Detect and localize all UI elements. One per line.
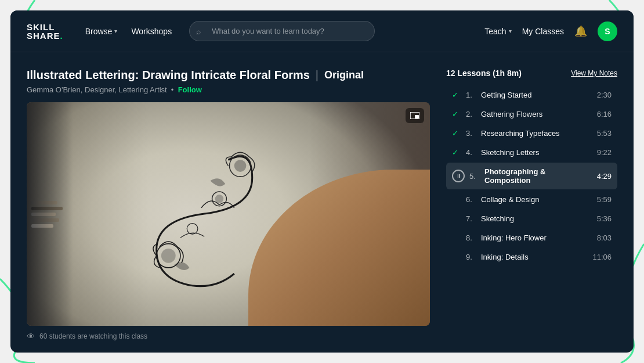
lesson-number: 5. xyxy=(469,172,480,181)
lesson-item[interactable]: ✓ 2. Gathering Flowers 6:16 xyxy=(446,105,617,123)
lesson-duration: 5:53 xyxy=(597,129,612,138)
check-icon: ✓ xyxy=(452,129,461,138)
lesson-name: Inking: Details xyxy=(481,253,588,261)
my-classes-nav-item[interactable]: My Classes xyxy=(522,27,564,36)
lesson-number: 9. xyxy=(466,253,476,261)
my-classes-label: My Classes xyxy=(522,27,564,36)
lesson-number: 4. xyxy=(466,148,476,157)
lesson-item[interactable]: 7. Sketching 5:36 xyxy=(446,210,617,228)
class-title: Illustrated Lettering: Drawing Intricate… xyxy=(27,69,430,82)
navbar: SKILL SHARE. Browse ▾ Workshops ⌕ Teach … xyxy=(10,10,634,52)
avatar[interactable]: S xyxy=(598,21,617,41)
logo-dot: . xyxy=(60,31,63,41)
class-title-text: Illustrated Lettering: Drawing Intricate… xyxy=(27,69,310,82)
title-divider: | xyxy=(316,69,319,82)
lesson-number: 3. xyxy=(466,129,476,138)
lessons-header: 12 Lessons (1h 8m) View My Notes xyxy=(446,69,617,78)
lesson-number: 7. xyxy=(466,214,476,223)
lesson-duration: 5:59 xyxy=(597,195,612,204)
follow-link[interactable]: Follow xyxy=(178,85,202,94)
lesson-duration: 5:36 xyxy=(597,214,612,223)
lesson-name: Collage & Design xyxy=(481,195,592,204)
lesson-number: 1. xyxy=(466,91,476,99)
logo-line2: SHARE xyxy=(27,31,60,41)
lesson-item[interactable]: 6. Collage & Design 5:59 xyxy=(446,191,617,209)
main-content: Illustrated Lettering: Drawing Intricate… xyxy=(10,52,634,353)
video-controls-overlay xyxy=(406,108,424,123)
pencils-decoration xyxy=(27,102,73,326)
right-panel: 12 Lessons (1h 8m) View My Notes ✓ 1. Ge… xyxy=(446,69,617,341)
lesson-number: 8. xyxy=(466,233,476,242)
lesson-item[interactable]: 9. Inking: Details 11:06 xyxy=(446,248,617,266)
search-input[interactable] xyxy=(189,21,375,41)
lesson-item[interactable]: ✓ 1. Getting Started 2:30 xyxy=(446,86,617,104)
workshops-nav-item[interactable]: Workshops xyxy=(125,23,178,39)
pause-icon: ⏸ xyxy=(452,170,465,182)
browse-label: Browse xyxy=(85,27,113,36)
logo[interactable]: SKILL SHARE. xyxy=(27,23,63,40)
video-footer: 👁 60 students are watching this class xyxy=(27,332,430,341)
teach-label: Teach xyxy=(484,27,506,36)
svg-point-1 xyxy=(234,160,246,172)
lesson-duration: 11:06 xyxy=(592,253,612,261)
svg-point-3 xyxy=(161,249,175,263)
browse-nav-item[interactable]: Browse ▾ xyxy=(79,23,124,39)
eye-icon: 👁 xyxy=(27,332,35,341)
class-author: Gemma O'Brien, Designer, Lettering Artis… xyxy=(27,85,430,94)
check-icon: ✓ xyxy=(452,110,461,118)
lesson-item[interactable]: ✓ 3. Researching Typefaces 5:53 xyxy=(446,124,617,142)
lesson-duration: 4:29 xyxy=(597,172,612,181)
svg-point-5 xyxy=(215,195,223,203)
lesson-item[interactable]: ⏸ 5. Photographing & Composition 4:29 xyxy=(446,163,617,189)
lesson-name: Getting Started xyxy=(481,91,592,99)
lesson-duration: 8:03 xyxy=(597,233,612,242)
browse-chevron-icon: ▾ xyxy=(114,28,117,34)
lessons-count: 12 Lessons (1h 8m) xyxy=(446,69,522,78)
lesson-name: Photographing & Composition xyxy=(484,167,592,185)
nav-links: Browse ▾ Workshops xyxy=(79,23,178,39)
app-container: SKILL SHARE. Browse ▾ Workshops ⌕ Teach … xyxy=(10,10,634,353)
search-icon: ⌕ xyxy=(196,27,201,36)
nav-right: Teach ▾ My Classes 🔔 S xyxy=(484,21,617,41)
video-thumbnail xyxy=(27,102,430,326)
check-icon: ✓ xyxy=(452,148,461,157)
search-bar: ⌕ xyxy=(189,21,375,41)
lesson-number: 6. xyxy=(466,195,476,204)
view-notes-link[interactable]: View My Notes xyxy=(571,69,617,77)
lesson-duration: 9:22 xyxy=(597,148,612,157)
lesson-name: Researching Typefaces xyxy=(481,129,592,138)
teach-chevron-icon: ▾ xyxy=(509,28,512,34)
lesson-name: Sketching Letters xyxy=(481,148,592,157)
original-badge: Original xyxy=(324,69,364,81)
lesson-duration: 2:30 xyxy=(597,91,612,99)
lesson-name: Inking: Hero Flower xyxy=(481,233,592,242)
lesson-name: Sketching xyxy=(481,214,592,223)
workshops-label: Workshops xyxy=(131,27,172,36)
lesson-duration: 6:16 xyxy=(597,110,612,118)
svg-rect-8 xyxy=(415,115,419,118)
notification-bell-icon[interactable]: 🔔 xyxy=(574,25,587,38)
pip-button[interactable] xyxy=(406,108,424,123)
lesson-item[interactable]: ✓ 4. Sketching Letters 9:22 xyxy=(446,143,617,161)
left-panel: Illustrated Lettering: Drawing Intricate… xyxy=(27,69,430,341)
watchers-text: 60 students are watching this class xyxy=(39,332,147,340)
avatar-initials: S xyxy=(605,27,610,36)
lesson-name: Gathering Flowers xyxy=(481,110,592,118)
teach-nav-item[interactable]: Teach ▾ xyxy=(484,27,511,36)
check-icon: ✓ xyxy=(452,91,461,99)
author-text: Gemma O'Brien, Designer, Lettering Artis… xyxy=(27,85,167,94)
svg-point-6 xyxy=(187,223,198,234)
lesson-list: ✓ 1. Getting Started 2:30 ✓ 2. Gathering… xyxy=(446,86,617,266)
lesson-number: 2. xyxy=(466,110,476,118)
lesson-item[interactable]: 8. Inking: Hero Flower 8:03 xyxy=(446,229,617,247)
video-player[interactable] xyxy=(27,102,430,326)
